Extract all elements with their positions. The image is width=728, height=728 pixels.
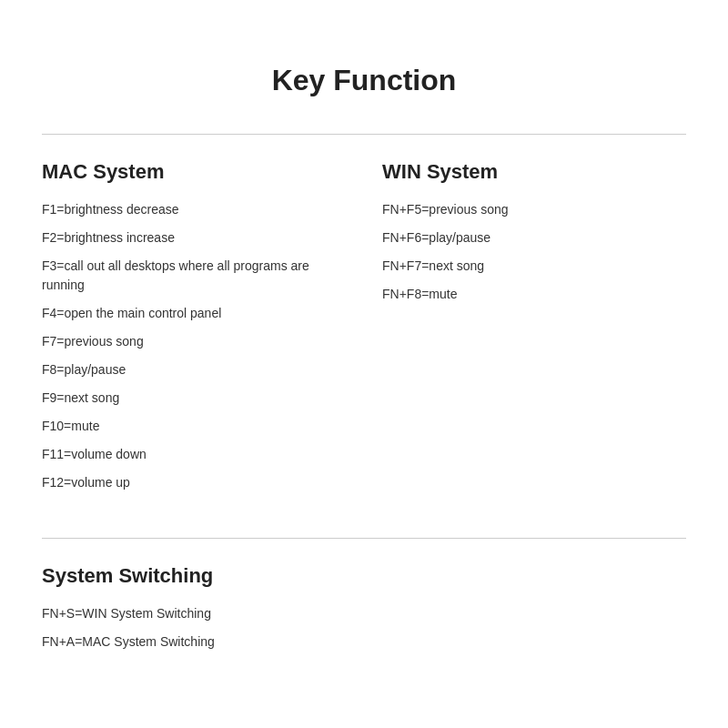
two-column-section: MAC System F1=brightness decrease F2=bri… [42,160,686,501]
mac-key-item-1: F2=brightness increase [42,228,346,248]
mac-system-heading: MAC System [42,160,346,184]
mac-key-item-0: F1=brightness decrease [42,200,346,219]
mac-key-item-3: F4=open the main control panel [42,304,346,323]
mac-system-column: MAC System F1=brightness decrease F2=bri… [42,160,346,501]
system-switching-section: System Switching FN+S=WIN System Switchi… [42,564,686,652]
win-system-heading: WIN System [382,160,686,184]
mac-key-item-6: F9=next song [42,389,346,408]
divider-bottom [42,538,686,539]
page-container: Key Function MAC System F1=brightness de… [0,0,728,728]
win-system-column: WIN System FN+F5=previous song FN+F6=pla… [382,160,686,501]
win-key-item-2: FN+F7=next song [382,257,686,276]
divider-top [42,134,686,135]
mac-key-item-5: F8=play/pause [42,360,346,379]
mac-key-item-7: F10=mute [42,417,346,436]
system-switching-heading: System Switching [42,564,686,588]
switching-item-0: FN+S=WIN System Switching [42,604,686,623]
page-title: Key Function [42,36,686,97]
win-key-item-0: FN+F5=previous song [382,200,686,219]
mac-key-item-4: F7=previous song [42,332,346,351]
win-key-item-3: FN+F8=mute [382,285,686,304]
win-key-item-1: FN+F6=play/pause [382,228,686,248]
switching-item-1: FN+A=MAC System Switching [42,632,686,652]
mac-key-item-9: F12=volume up [42,473,346,492]
mac-key-item-2: F3=call out all desktops where all progr… [42,257,346,295]
mac-key-item-8: F11=volume down [42,445,346,464]
